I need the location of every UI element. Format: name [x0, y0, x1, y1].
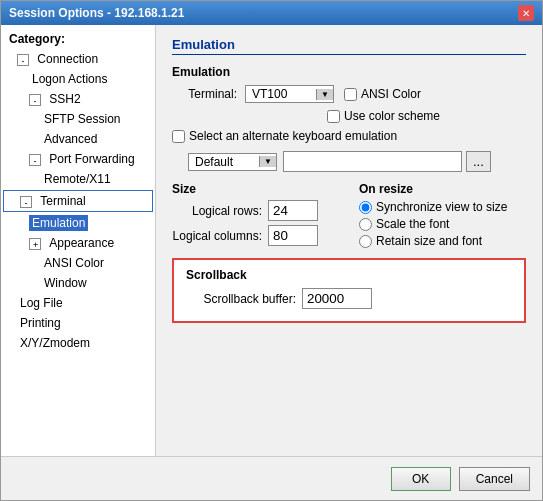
logical-columns-label: Logical columns:	[172, 229, 262, 243]
logical-rows-input[interactable]	[268, 200, 318, 221]
retain-size-radio[interactable]	[359, 235, 372, 248]
ansi-color-checkbox-label: ANSI Color	[361, 87, 421, 101]
title-bar: Session Options - 192.168.1.21 ✕	[1, 1, 542, 25]
sidebar-item-printing[interactable]: Printing	[1, 313, 155, 333]
use-color-scheme-label: Use color scheme	[344, 109, 440, 123]
sftp-label: SFTP Session	[41, 111, 123, 127]
logical-columns-input[interactable]	[268, 225, 318, 246]
sidebar-item-xy-zmodem[interactable]: X/Y/Zmodem	[1, 333, 155, 353]
sidebar-item-advanced[interactable]: Advanced	[1, 129, 155, 149]
sync-view-row: Synchronize view to size	[359, 200, 526, 214]
appearance-label: Appearance	[46, 235, 117, 251]
alternate-kb-checkbox[interactable]	[172, 130, 185, 143]
category-label: Category:	[1, 29, 155, 49]
sidebar-item-logon-actions[interactable]: Logon Actions	[1, 69, 155, 89]
scrollback-section: Scrollback Scrollback buffer:	[172, 258, 526, 323]
xy-zmodem-label: X/Y/Zmodem	[17, 335, 93, 351]
scale-font-radio[interactable]	[359, 218, 372, 231]
expand-icon-ssh2: -	[29, 94, 41, 106]
expand-icon-appearance: +	[29, 238, 41, 250]
scrollback-buffer-row: Scrollback buffer:	[186, 288, 512, 309]
sync-view-label: Synchronize view to size	[376, 200, 507, 214]
logon-actions-label: Logon Actions	[29, 71, 110, 87]
advanced-label: Advanced	[41, 131, 100, 147]
sidebar-item-ansi-color[interactable]: ANSI Color	[1, 253, 155, 273]
sync-view-radio[interactable]	[359, 201, 372, 214]
sidebar-item-port-forwarding[interactable]: - Port Forwarding	[1, 149, 155, 169]
size-onresize-section: Size Logical rows: Logical columns: On r…	[172, 182, 526, 250]
terminal-field-label: Terminal:	[172, 87, 237, 101]
scrollback-label: Scrollback	[186, 268, 512, 282]
bottom-bar: OK Cancel	[1, 456, 542, 500]
sidebar-item-appearance[interactable]: + Appearance	[1, 233, 155, 253]
sidebar-item-remote-x11[interactable]: Remote/X11	[1, 169, 155, 189]
port-forwarding-label: Port Forwarding	[46, 151, 137, 167]
sidebar-item-terminal[interactable]: - Terminal	[3, 190, 153, 212]
main-panel: Emulation Emulation Terminal: VT100 ▼ AN…	[156, 25, 542, 456]
expand-icon-port-forwarding: -	[29, 154, 41, 166]
alternate-kb-row: Select an alternate keyboard emulation	[172, 129, 526, 143]
terminal-row: Terminal: VT100 ▼ ANSI Color	[172, 85, 526, 103]
close-button[interactable]: ✕	[518, 5, 534, 21]
connection-label: Connection	[34, 51, 101, 67]
printing-label: Printing	[17, 315, 64, 331]
scale-font-row: Scale the font	[359, 217, 526, 231]
kb-default-value: Default	[189, 154, 259, 170]
kb-default-select[interactable]: Default ▼	[188, 153, 277, 171]
scrollback-buffer-input[interactable]	[302, 288, 372, 309]
kb-browse-button[interactable]: ...	[466, 151, 491, 172]
use-color-scheme-row: Use color scheme	[327, 109, 526, 123]
terminal-select-arrow[interactable]: ▼	[316, 89, 333, 100]
cancel-button[interactable]: Cancel	[459, 467, 530, 491]
ansi-color-label: ANSI Color	[41, 255, 107, 271]
resize-radio-group: Synchronize view to size Scale the font …	[359, 200, 526, 248]
terminal-select[interactable]: VT100 ▼	[245, 85, 334, 103]
retain-size-row: Retain size and font	[359, 234, 526, 248]
kb-select-row: Default ▼ ...	[188, 151, 526, 172]
expand-icon-connection: -	[17, 54, 29, 66]
sidebar-item-window[interactable]: Window	[1, 273, 155, 293]
window-title: Session Options - 192.168.1.21	[9, 6, 184, 20]
sidebar-item-connection[interactable]: - Connection	[1, 49, 155, 69]
logical-rows-row: Logical rows:	[172, 200, 339, 221]
size-section: Size Logical rows: Logical columns:	[172, 182, 339, 250]
ok-button[interactable]: OK	[391, 467, 451, 491]
ssh2-label: SSH2	[46, 91, 83, 107]
log-file-label: Log File	[17, 295, 66, 311]
scrollback-buffer-label: Scrollback buffer:	[186, 292, 296, 306]
sidebar-item-emulation[interactable]: Emulation	[1, 213, 155, 233]
kb-text-input[interactable]	[283, 151, 462, 172]
logical-columns-row: Logical columns:	[172, 225, 339, 246]
size-label: Size	[172, 182, 339, 196]
window-nav-label: Window	[41, 275, 90, 291]
remote-x11-label: Remote/X11	[41, 171, 114, 187]
on-resize-section: On resize Synchronize view to size Scale…	[359, 182, 526, 250]
terminal-nav-label: Terminal	[37, 193, 88, 209]
on-resize-label: On resize	[359, 182, 526, 196]
scale-font-label: Scale the font	[376, 217, 449, 231]
emulation-section-label: Emulation	[172, 65, 526, 79]
session-options-window: Session Options - 192.168.1.21 ✕ Categor…	[0, 0, 543, 501]
alternate-kb-label: Select an alternate keyboard emulation	[189, 129, 397, 143]
logical-rows-label: Logical rows:	[172, 204, 262, 218]
panel-title: Emulation	[172, 37, 526, 55]
expand-icon-terminal: -	[20, 196, 32, 208]
sidebar-item-ssh2[interactable]: - SSH2	[1, 89, 155, 109]
ansi-color-checkbox[interactable]	[344, 88, 357, 101]
emulation-nav-label: Emulation	[29, 215, 88, 231]
sidebar-item-log-file[interactable]: Log File	[1, 293, 155, 313]
content-area: Category: - Connection Logon Actions - S…	[1, 25, 542, 456]
terminal-select-value: VT100	[246, 86, 316, 102]
sidebar-item-sftp[interactable]: SFTP Session	[1, 109, 155, 129]
retain-size-label: Retain size and font	[376, 234, 482, 248]
sidebar: Category: - Connection Logon Actions - S…	[1, 25, 156, 456]
use-color-scheme-checkbox[interactable]	[327, 110, 340, 123]
kb-select-arrow[interactable]: ▼	[259, 156, 276, 167]
